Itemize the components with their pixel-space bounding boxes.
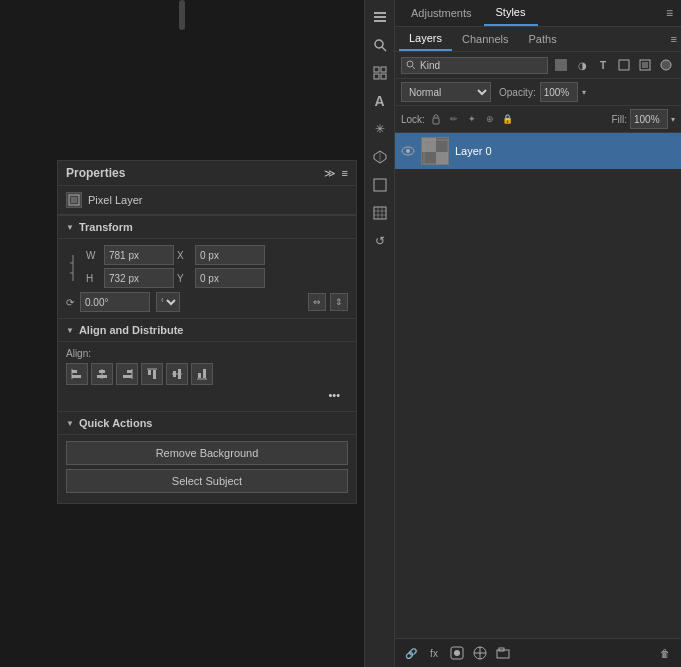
search-box: Kind	[401, 57, 548, 74]
align-right-btn[interactable]	[116, 363, 138, 385]
align-left-btn[interactable]	[66, 363, 88, 385]
tab-channels[interactable]: Channels	[452, 28, 518, 50]
toolbar-grid-btn[interactable]	[367, 60, 393, 86]
svg-rect-48	[436, 152, 449, 165]
tab-layers[interactable]: Layers	[399, 27, 452, 51]
layer-item[interactable]: Layer 0	[395, 133, 681, 169]
toolbar-grid2-btn[interactable]	[367, 200, 393, 226]
layer-thumbnail-inner	[422, 138, 448, 164]
filter-pixel-btn[interactable]	[552, 56, 570, 74]
opacity-input[interactable]	[540, 82, 578, 102]
align-top-btn[interactable]	[141, 363, 163, 385]
link-layers-btn[interactable]: 🔗	[401, 643, 421, 663]
svg-point-36	[407, 61, 413, 67]
add-group-btn[interactable]	[493, 643, 513, 663]
pixel-layer-icon	[66, 192, 82, 208]
svg-rect-28	[381, 74, 386, 79]
svg-rect-21	[374, 16, 386, 18]
filter-type-btn[interactable]: T	[594, 56, 612, 74]
menu-icon[interactable]: ≡	[342, 167, 348, 179]
filter-circle-btn[interactable]	[657, 56, 675, 74]
fill-input[interactable]	[630, 109, 668, 129]
align-middle-v-btn[interactable]	[166, 363, 188, 385]
add-mask-btn[interactable]	[447, 643, 467, 663]
layer-menu-icon[interactable]: ≡	[671, 33, 677, 45]
scroll-indicator	[179, 0, 185, 30]
toolbar-3d-btn[interactable]	[367, 144, 393, 170]
toolbar-search-btn[interactable]	[367, 32, 393, 58]
height-input[interactable]	[104, 268, 174, 288]
filter-shape-btn[interactable]	[615, 56, 633, 74]
svg-rect-30	[374, 179, 386, 191]
fill-arrow[interactable]: ▾	[671, 115, 675, 124]
transform-section-header[interactable]: ▼ Transform	[58, 215, 356, 238]
link-icon[interactable]	[66, 245, 80, 283]
rotation-input[interactable]	[80, 292, 150, 312]
tab-adjustments[interactable]: Adjustments	[399, 1, 484, 25]
tab-paths[interactable]: Paths	[519, 28, 567, 50]
flip-vertical-btn[interactable]: ⇕	[330, 293, 348, 311]
width-input[interactable]	[104, 245, 174, 265]
lock-position-btn[interactable]: ⊕	[482, 111, 498, 127]
layer-tabs: Layers Channels Paths ≡	[395, 27, 681, 52]
toolbar-frame-btn[interactable]	[367, 172, 393, 198]
transform-title: Transform	[79, 221, 133, 233]
toolbar-layers-btn[interactable]	[367, 4, 393, 30]
lock-row: Lock: ✏ ✦ ⊕ 🔒 Fill: ▾	[395, 106, 681, 133]
lock-all-btn[interactable]: 🔒	[500, 111, 516, 127]
svg-point-42	[661, 60, 671, 70]
select-subject-button[interactable]: Select Subject	[66, 469, 348, 493]
layer-visibility-icon[interactable]	[401, 144, 415, 158]
rotation-dropdown[interactable]: °	[156, 292, 180, 312]
svg-rect-27	[374, 74, 379, 79]
flip-horizontal-btn[interactable]: ⇔	[308, 293, 326, 311]
h-label: H	[86, 273, 100, 284]
align-bottom-btn[interactable]	[191, 363, 213, 385]
blend-mode-select[interactable]: Normal	[401, 82, 491, 102]
toolbar-star-btn[interactable]: ✳	[367, 116, 393, 142]
kind-label: Kind	[420, 60, 440, 71]
svg-point-45	[406, 149, 410, 153]
svg-line-24	[382, 47, 386, 51]
svg-rect-12	[153, 370, 156, 379]
x-input[interactable]	[195, 245, 265, 265]
y-input[interactable]	[195, 268, 265, 288]
toolbar-rotate-btn[interactable]: ↺	[367, 228, 393, 254]
rotation-icon: ⟳	[66, 297, 74, 308]
align-chevron: ▼	[66, 326, 74, 335]
svg-rect-1	[71, 197, 77, 203]
expand-icon[interactable]: ≫	[324, 167, 336, 180]
panel-menu-icon[interactable]: ≡	[662, 2, 677, 24]
more-options-btn[interactable]: •••	[328, 389, 340, 401]
tab-styles[interactable]: Styles	[484, 0, 538, 26]
lock-icons: ✏ ✦ ⊕ 🔒	[428, 111, 516, 127]
svg-rect-9	[123, 375, 132, 378]
align-title: Align and Distribute	[79, 324, 184, 336]
y-label: Y	[177, 273, 191, 284]
filter-smart-btn[interactable]	[636, 56, 654, 74]
pixel-layer-label: Pixel Layer	[88, 194, 142, 206]
add-adjustment-btn[interactable]	[470, 643, 490, 663]
svg-line-37	[413, 67, 416, 70]
quick-actions-header[interactable]: ▼ Quick Actions	[58, 411, 356, 434]
toolbar-type-btn[interactable]: A	[367, 88, 393, 114]
lock-label: Lock:	[401, 114, 425, 125]
align-label: Align:	[66, 348, 348, 359]
svg-rect-38	[555, 59, 567, 71]
align-section-header[interactable]: ▼ Align and Distribute	[58, 318, 356, 341]
align-center-h-btn[interactable]	[91, 363, 113, 385]
lock-transparent-btn[interactable]	[428, 111, 444, 127]
opacity-arrow[interactable]: ▾	[582, 88, 586, 97]
panel-header: Properties ≫ ≡	[58, 161, 356, 186]
add-style-btn[interactable]: fx	[424, 643, 444, 663]
flip-icons: ⇔ ⇕	[308, 293, 348, 311]
layer-thumbnail	[421, 137, 449, 165]
height-row: H	[86, 268, 174, 288]
wh-xy-grid: W X H Y	[86, 245, 265, 288]
w-label: W	[86, 250, 100, 261]
delete-layer-btn[interactable]: 🗑	[655, 643, 675, 663]
remove-background-button[interactable]: Remove Background	[66, 441, 348, 465]
lock-image-btn[interactable]: ✏	[446, 111, 462, 127]
lock-artboard-btn[interactable]: ✦	[464, 111, 480, 127]
filter-adjustment-btn[interactable]: ◑	[573, 56, 591, 74]
